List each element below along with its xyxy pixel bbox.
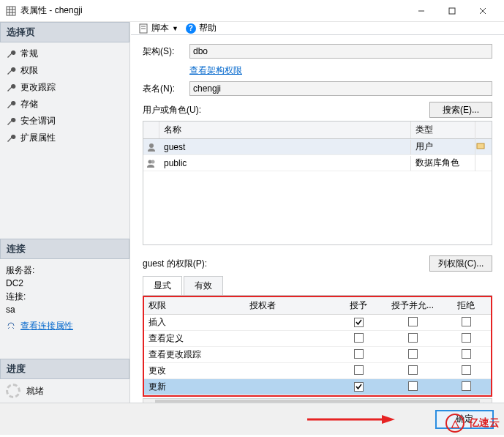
svg-rect-6 <box>449 8 455 14</box>
sidebar-item-label: 安全谓词 <box>20 115 56 127</box>
sidebar-item-label: 存储 <box>20 98 38 111</box>
perm-name: 查看更改跟踪 <box>144 346 245 363</box>
perm-grantor <box>245 337 333 341</box>
connection-icon <box>6 321 16 331</box>
sidebar-item-permissions[interactable]: 权限 <box>1 62 128 79</box>
page-list: 常规 权限 更改跟踪 存储 安全谓词 扩展属性 <box>0 42 129 149</box>
search-button[interactable]: 搜索(E)... <box>429 102 492 118</box>
user-row[interactable]: guest 用户 <box>143 139 492 155</box>
checkbox[interactable] <box>408 333 418 343</box>
svg-rect-0 <box>7 7 15 15</box>
perm-name: 查看定义 <box>144 330 245 347</box>
checkbox[interactable] <box>462 317 471 326</box>
table-input[interactable] <box>189 81 492 96</box>
wrench-icon <box>6 100 16 110</box>
checkbox[interactable] <box>462 333 471 343</box>
server-label: 服务器: <box>6 264 124 277</box>
permission-row[interactable]: 查看定义 <box>144 331 491 347</box>
wrench-icon <box>6 116 16 127</box>
script-icon <box>138 23 148 34</box>
schema-input[interactable] <box>189 44 492 59</box>
perm-for-label: guest 的权限(P): <box>143 258 429 270</box>
perm-name: 更新 <box>144 378 245 395</box>
user-name: public <box>159 156 411 171</box>
view-connection-link[interactable]: 查看连接属性 <box>20 319 73 332</box>
user-type: 数据库角色 <box>411 154 475 171</box>
user-name: guest <box>159 140 411 154</box>
script-label: 脚本 <box>151 22 169 34</box>
role-icon <box>146 158 157 168</box>
table-label: 表名(N): <box>143 83 187 95</box>
checkbox[interactable] <box>408 381 418 391</box>
schema-label: 架构(S): <box>143 45 187 58</box>
help-button[interactable]: ? 帮助 <box>186 22 217 34</box>
column-perm-button[interactable]: 列权限(C)... <box>429 255 492 272</box>
checkbox[interactable] <box>354 365 364 375</box>
close-button[interactable] <box>467 1 498 21</box>
users-label: 用户或角色(U): <box>143 104 429 116</box>
col-name-header: 名称 <box>159 122 411 138</box>
checkbox[interactable] <box>408 365 418 375</box>
checkbox[interactable] <box>462 381 471 391</box>
permission-row[interactable]: 查看更改跟踪 <box>144 347 491 363</box>
conn-label: 连接: <box>6 290 124 303</box>
select-page-header: 选择页 <box>0 22 129 42</box>
watermark-icon: △ <box>445 414 464 433</box>
user-type: 用户 <box>411 138 475 155</box>
toolbar: 脚本 ▼ ? 帮助 <box>131 22 504 35</box>
sidebar-item-label: 扩展属性 <box>20 132 56 144</box>
checkbox[interactable] <box>408 317 418 326</box>
server-value: DC2 <box>6 277 124 290</box>
tab-effective[interactable]: 有效 <box>184 276 223 295</box>
perm-grantor <box>245 321 333 325</box>
browse-icon[interactable] <box>475 141 486 151</box>
sidebar-item-security[interactable]: 安全谓词 <box>1 113 128 130</box>
sidebar-item-extended[interactable]: 扩展属性 <box>1 130 128 146</box>
user-row[interactable]: public 数据库角色 <box>143 155 492 171</box>
checkbox[interactable] <box>354 382 364 392</box>
perm-tabs: 显式 有效 <box>143 276 492 296</box>
tab-explicit[interactable]: 显式 <box>143 276 182 295</box>
titlebar: 表属性 - chengji <box>0 0 504 22</box>
permission-row[interactable]: 更新 <box>144 379 491 395</box>
maximize-button[interactable] <box>437 1 467 21</box>
wrench-icon <box>6 66 16 76</box>
checkbox[interactable] <box>354 349 364 359</box>
progress-status: 就绪 <box>0 379 129 403</box>
users-grid: 名称 类型 guest 用户 public 数据库角色 <box>143 121 492 245</box>
col-permission: 权限 <box>144 297 245 314</box>
wrench-icon <box>6 133 16 143</box>
wrench-icon <box>6 83 16 93</box>
svg-point-12 <box>149 143 154 148</box>
table-icon <box>6 6 16 16</box>
script-dropdown[interactable]: 脚本 ▼ <box>138 22 178 34</box>
col-grant: 授予 <box>333 297 384 314</box>
checkbox[interactable] <box>462 365 471 375</box>
permission-row[interactable]: 更改 <box>144 363 491 379</box>
sidebar-item-storage[interactable]: 存储 <box>1 96 128 113</box>
checkbox[interactable] <box>354 333 364 343</box>
help-icon: ? <box>186 23 196 34</box>
col-withgrant: 授予并允... <box>384 297 441 314</box>
perm-name: 插入 <box>144 314 245 331</box>
schema-perm-link[interactable]: 查看架构权限 <box>189 64 242 77</box>
permissions-table: 权限 授权者 授予 授予并允... 拒绝 插入查看定义查看更改跟踪更改更新 <box>143 296 492 397</box>
help-label: 帮助 <box>199 22 217 34</box>
chevron-down-icon: ▼ <box>172 25 178 32</box>
checkbox[interactable] <box>408 349 418 359</box>
sidebar-item-changetracking[interactable]: 更改跟踪 <box>1 79 128 96</box>
checkbox[interactable] <box>462 349 471 359</box>
content-area: 脚本 ▼ ? 帮助 架构(S): 查看架构权限 表名(N): 用户或角色(U):… <box>130 22 504 403</box>
svg-rect-13 <box>477 143 484 149</box>
checkbox[interactable] <box>354 318 364 327</box>
progress-text: 就绪 <box>26 385 44 397</box>
col-grantor: 授权者 <box>245 297 333 314</box>
watermark-text: 亿速云 <box>469 417 500 430</box>
permission-row[interactable]: 插入 <box>144 315 491 331</box>
sidebar-item-general[interactable]: 常规 <box>1 45 128 62</box>
sidebar-item-label: 常规 <box>20 48 38 60</box>
minimize-button[interactable] <box>406 1 437 21</box>
connection-header: 连接 <box>0 239 129 259</box>
sidebar: 选择页 常规 权限 更改跟踪 存储 安全谓词 扩展属性 连接 服务器: DC2 … <box>0 22 130 403</box>
perm-grantor <box>245 353 333 357</box>
